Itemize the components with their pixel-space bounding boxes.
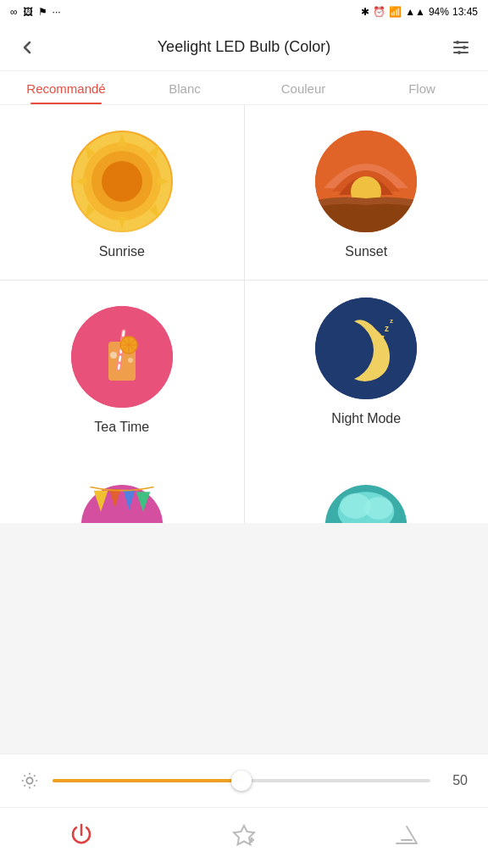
svg-line-53 xyxy=(34,776,35,776)
nightmode-icon: z z z xyxy=(315,298,417,399)
status-right-icons: ✱ ⏰ 📶 ▲▲ 94% 13:45 xyxy=(361,6,478,18)
svg-point-4 xyxy=(463,46,466,49)
more-icon: ··· xyxy=(53,6,61,18)
svg-point-30 xyxy=(110,352,117,359)
slider-fill xyxy=(53,779,241,782)
scene-button[interactable] xyxy=(373,815,441,855)
brightness-slider[interactable] xyxy=(53,772,430,789)
svg-text:z: z xyxy=(380,332,385,344)
wifi-icon: 📶 xyxy=(389,6,402,18)
svg-point-44 xyxy=(365,497,393,520)
svg-point-45 xyxy=(26,777,32,783)
teatime-icon xyxy=(71,306,173,408)
settings-button[interactable] xyxy=(447,34,474,61)
content-area: Sunrise Sunset xyxy=(0,105,488,753)
status-bar: ∞ 🖼 ⚑ ··· ✱ ⏰ 📶 ▲▲ 94% 13:45 xyxy=(0,0,488,24)
tab-bar: Recommandé Blanc Couleur Flow xyxy=(0,71,488,105)
image-icon: 🖼 xyxy=(23,6,33,18)
brightness-icon xyxy=(20,771,39,790)
infinity-icon: ∞ xyxy=(10,6,18,18)
scene-sunrise[interactable]: Sunrise xyxy=(0,105,244,280)
svg-point-9 xyxy=(102,161,142,202)
svg-text:z: z xyxy=(385,324,389,333)
bottom-nav xyxy=(0,807,488,868)
time-display: 13:45 xyxy=(452,6,478,18)
scene-sunset[interactable]: Sunset xyxy=(245,105,489,280)
tab-blanc[interactable]: Blanc xyxy=(125,71,244,104)
alarm-icon: ⏰ xyxy=(373,6,385,18)
sunset-label: Sunset xyxy=(345,244,387,259)
scene-leisure-partial[interactable] xyxy=(245,455,489,523)
brightness-value: 50 xyxy=(444,773,468,788)
back-button[interactable] xyxy=(14,34,41,61)
slider-thumb[interactable] xyxy=(231,771,252,791)
sunrise-label: Sunrise xyxy=(99,244,145,259)
svg-text:z: z xyxy=(390,317,393,325)
sunset-icon xyxy=(315,131,417,232)
bluetooth-icon: ✱ xyxy=(361,6,369,18)
header: Yeelight LED Bulb (Color) xyxy=(0,24,488,71)
scene-party-partial[interactable] xyxy=(0,455,244,523)
partial-row xyxy=(0,455,488,523)
svg-line-51 xyxy=(34,785,35,786)
sunrise-icon xyxy=(71,131,173,232)
svg-point-32 xyxy=(315,298,417,399)
scene-nightmode[interactable]: z z z Night Mode xyxy=(245,281,489,455)
svg-point-31 xyxy=(128,358,133,363)
flag-icon: ⚑ xyxy=(38,6,47,18)
status-left-icons: ∞ 🖼 ⚑ ··· xyxy=(10,6,61,18)
teatime-label: Tea Time xyxy=(94,420,149,435)
svg-line-50 xyxy=(25,776,25,776)
brightness-control: 50 xyxy=(0,754,488,807)
nightmode-label: Night Mode xyxy=(331,411,401,426)
power-button[interactable] xyxy=(47,815,115,855)
signal-icon: ▲▲ xyxy=(405,6,425,18)
svg-point-5 xyxy=(458,51,461,54)
page-title: Yeelight LED Bulb (Color) xyxy=(158,38,330,56)
tab-flow[interactable]: Flow xyxy=(363,71,481,104)
scene-grid: Sunrise Sunset xyxy=(0,105,488,455)
favorite-button[interactable] xyxy=(210,815,278,855)
svg-line-52 xyxy=(25,785,25,786)
tab-couleur[interactable]: Couleur xyxy=(244,71,363,104)
scene-teatime[interactable]: Tea Time xyxy=(0,281,244,455)
svg-point-3 xyxy=(456,41,459,44)
battery-text: 94% xyxy=(429,6,449,18)
tab-recommande[interactable]: Recommandé xyxy=(7,71,125,104)
